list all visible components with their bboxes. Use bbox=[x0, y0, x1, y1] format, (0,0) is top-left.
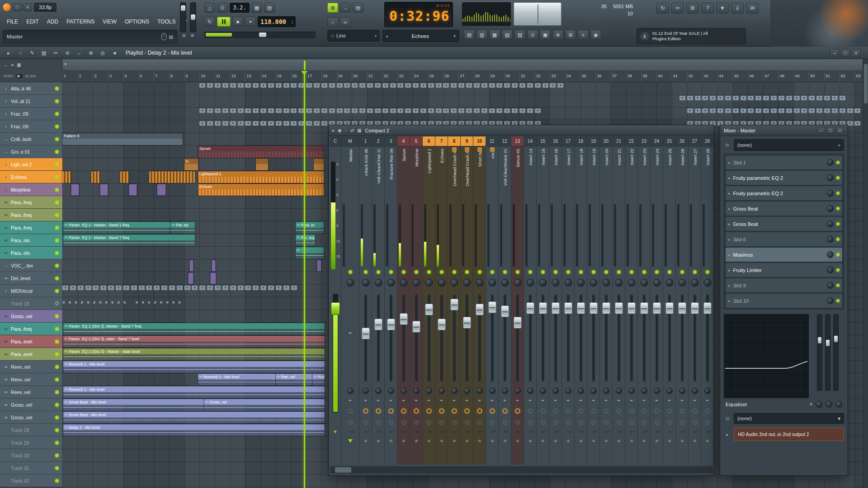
slot-mix-knob[interactable] bbox=[827, 267, 834, 273]
track-led[interactable] bbox=[55, 239, 59, 242]
mute-led[interactable] bbox=[642, 270, 646, 274]
upload-icon[interactable]: ↑ bbox=[345, 128, 347, 133]
menu-edit[interactable]: EDIT bbox=[22, 16, 42, 27]
pan-knob[interactable] bbox=[514, 279, 521, 286]
mixer-view-icon[interactable]: ▨ bbox=[514, 30, 525, 40]
playlist-track-18[interactable]: Track 18 bbox=[0, 297, 62, 310]
mixer-titlebar[interactable]: ▸◉↑⇄▦ Compact 2 bbox=[329, 125, 714, 136]
track-led[interactable] bbox=[55, 150, 59, 154]
pan-knob[interactable] bbox=[412, 279, 420, 286]
pan-knob[interactable] bbox=[400, 279, 407, 286]
record-arm-ring[interactable] bbox=[553, 408, 558, 413]
track-led[interactable] bbox=[55, 289, 59, 293]
eye-icon[interactable]: ◉ bbox=[338, 128, 342, 133]
record-arm-ring[interactable] bbox=[426, 408, 431, 413]
playlist-track-15[interactable]: ↔VOC_..tter bbox=[0, 259, 62, 272]
fader-handle[interactable] bbox=[514, 317, 522, 328]
swap-channels-icon[interactable] bbox=[439, 420, 444, 425]
wave-icon[interactable]: △ bbox=[204, 3, 215, 13]
move-icon[interactable]: ↔ bbox=[4, 62, 8, 67]
volume-fader[interactable] bbox=[499, 294, 511, 382]
pan-knob[interactable] bbox=[703, 279, 711, 286]
cut-icon[interactable]: ✂ bbox=[51, 48, 61, 57]
playlist-track-25[interactable]: ∞Reev..vel bbox=[0, 386, 62, 399]
pan-knob[interactable] bbox=[526, 279, 534, 286]
step-label[interactable]: STEP bbox=[4, 74, 14, 78]
close-icon[interactable]: × bbox=[836, 127, 844, 134]
volume-fader[interactable] bbox=[410, 294, 422, 382]
record-arm-ring[interactable] bbox=[464, 408, 469, 413]
mixer-strip-13[interactable]: 13Serum #2◂▸ bbox=[511, 136, 524, 465]
save-icon[interactable]: ▼ bbox=[716, 3, 729, 14]
mixer-strip-22[interactable]: 22Insert 22◂▸ bbox=[625, 136, 638, 465]
sync-icon[interactable]: ↻ bbox=[656, 3, 669, 14]
fader-handle[interactable] bbox=[438, 319, 446, 330]
record-button[interactable]: ● bbox=[245, 17, 256, 27]
track-led[interactable] bbox=[55, 327, 59, 331]
fader-handle[interactable] bbox=[476, 304, 484, 315]
swap-channels-icon[interactable] bbox=[629, 420, 634, 425]
playlist-track-6[interactable]: ↔Grv..e 01 bbox=[0, 145, 62, 158]
mute-led[interactable] bbox=[453, 270, 456, 274]
track-led[interactable] bbox=[55, 112, 59, 116]
fader-handle[interactable] bbox=[577, 302, 585, 314]
playlist-track-27[interactable]: ∞Gross..vel bbox=[0, 411, 62, 424]
playlist-ruler[interactable]: 1234567891011121314151617181920212223242… bbox=[62, 71, 868, 82]
track-led[interactable] bbox=[55, 175, 59, 179]
track-led[interactable] bbox=[55, 213, 59, 217]
mixer-strip-10[interactable]: 10Short bell↔◂▸ bbox=[473, 136, 486, 465]
track-led[interactable] bbox=[55, 201, 59, 204]
volume-fader[interactable] bbox=[524, 294, 536, 382]
mute-led[interactable] bbox=[415, 270, 418, 274]
fader-handle[interactable] bbox=[564, 302, 572, 314]
mute-led[interactable] bbox=[503, 270, 507, 274]
fader-handle[interactable] bbox=[400, 313, 408, 325]
mixer-strip-14[interactable]: 14Insert 14◂▸ bbox=[524, 136, 537, 465]
record-arm-ring[interactable] bbox=[629, 408, 634, 413]
play-pause-button[interactable] bbox=[217, 17, 231, 27]
browser-icon[interactable]: ▧ bbox=[502, 30, 513, 40]
output-route-icon[interactable]: ▸ bbox=[724, 432, 731, 437]
menu-tools[interactable]: TOOLS bbox=[153, 16, 179, 27]
pan-knob[interactable] bbox=[552, 279, 559, 286]
note-icon[interactable]: ♪ bbox=[327, 17, 338, 27]
mixer-layout-selector[interactable]: Compact 2 bbox=[365, 128, 389, 133]
record-arm-ring[interactable] bbox=[604, 408, 609, 413]
playlist-track-23[interactable]: ∞Reev..vel bbox=[0, 361, 62, 373]
track-led[interactable] bbox=[55, 340, 59, 343]
swap-channels-icon[interactable] bbox=[655, 420, 659, 425]
slot-mix-knob[interactable] bbox=[827, 282, 834, 289]
slot-enable-led[interactable] bbox=[836, 222, 840, 225]
mute-led[interactable] bbox=[377, 270, 380, 274]
fader-handle[interactable] bbox=[834, 336, 838, 342]
stereo-sep-knob[interactable] bbox=[578, 388, 584, 394]
shuffle-slider[interactable] bbox=[204, 32, 316, 38]
slider-handle[interactable] bbox=[259, 33, 266, 37]
record-arm-ring[interactable] bbox=[515, 408, 520, 413]
mute-led[interactable] bbox=[349, 270, 352, 274]
stereo-sep-knob[interactable] bbox=[565, 388, 571, 394]
playlist-track-7[interactable]: ♪Ligh..ed 2 bbox=[0, 158, 62, 171]
pan-knob[interactable] bbox=[374, 279, 382, 286]
pencil-icon[interactable]: ✎ bbox=[27, 48, 37, 57]
slot-enable-led[interactable] bbox=[836, 176, 840, 179]
slide-label[interactable]: SLIDE bbox=[25, 74, 36, 78]
swap-channels-icon[interactable] bbox=[389, 420, 393, 425]
swap-channels-icon[interactable] bbox=[604, 420, 609, 425]
stereo-sep-knob[interactable] bbox=[540, 388, 546, 394]
arrow-icon[interactable]: → bbox=[340, 3, 351, 13]
record-arm-ring[interactable] bbox=[376, 408, 381, 413]
stop-button[interactable]: ■ bbox=[232, 17, 243, 27]
minimize-icon[interactable]: – bbox=[830, 49, 839, 57]
stereo-sep-knob[interactable] bbox=[464, 388, 470, 394]
swap-channels-icon[interactable] bbox=[541, 420, 545, 425]
volume-fader[interactable] bbox=[372, 294, 384, 382]
scroll-left-icon[interactable]: ◂ bbox=[64, 61, 66, 66]
stereo-sep-knob[interactable] bbox=[641, 388, 647, 394]
fader-handle[interactable] bbox=[501, 305, 509, 317]
pan-knob[interactable] bbox=[590, 279, 597, 286]
playlist-track-8[interactable]: ♪Echoes bbox=[0, 171, 62, 183]
tempo-spinner[interactable]: ▴▾ bbox=[291, 19, 293, 24]
swap-channels-icon[interactable] bbox=[553, 420, 558, 425]
slot-mix-knob[interactable] bbox=[827, 251, 834, 258]
